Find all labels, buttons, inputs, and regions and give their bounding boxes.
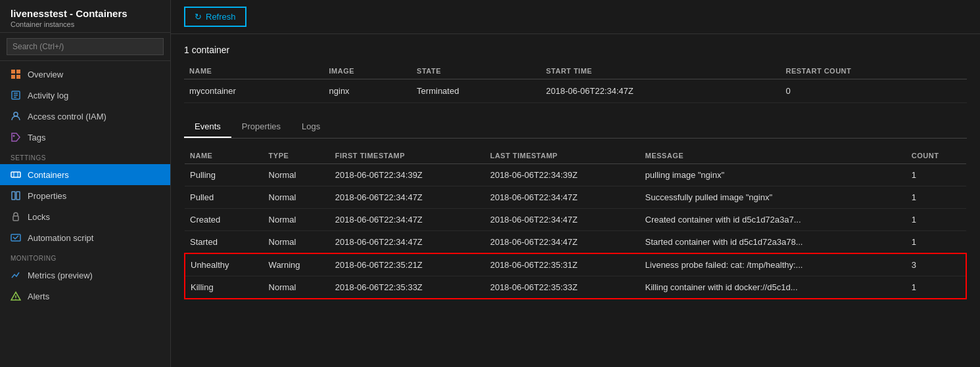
events-table: NAME TYPE FIRST TIMESTAMP LAST TIMESTAMP… — [184, 148, 967, 299]
sidebar: livenesstest - Containers Container inst… — [0, 0, 171, 367]
event-row[interactable]: PulledNormal2018-06-06T22:34:47Z2018-06-… — [185, 186, 966, 209]
events-col-first-ts: FIRST TIMESTAMP — [330, 148, 485, 164]
container-row[interactable]: mycontainer nginx Terminated 2018-06-06T… — [184, 79, 967, 103]
refresh-button[interactable]: ↻ Refresh — [184, 7, 246, 27]
sidebar-item-locks[interactable]: Locks — [0, 206, 170, 227]
content-area: 1 container NAME IMAGE STATE START TIME … — [171, 34, 980, 367]
event-row[interactable]: UnhealthyWarning2018-06-06T22:35:21Z2018… — [185, 253, 966, 276]
alerts-icon — [11, 291, 21, 301]
sidebar-item-overview-label: Overview — [28, 70, 63, 79]
svg-rect-16 — [13, 216, 18, 221]
sidebar-item-alerts[interactable]: Alerts — [0, 286, 170, 307]
sidebar-item-automation-label: Automation script — [28, 233, 93, 243]
svg-rect-3 — [16, 75, 20, 79]
toolbar: ↻ Refresh — [171, 0, 980, 34]
container-section-title: 1 container — [184, 45, 967, 55]
sidebar-item-metrics-label: Metrics (preview) — [28, 270, 93, 280]
activity-log-icon — [11, 90, 21, 100]
svg-rect-1 — [16, 70, 20, 74]
main-content: ↻ Refresh 1 container NAME IMAGE STATE S… — [171, 0, 980, 367]
search-input[interactable] — [7, 38, 164, 55]
sidebar-item-access-control[interactable]: Access control (IAM) — [0, 106, 170, 127]
overview-icon — [11, 69, 21, 79]
app-subtitle: Container instances — [11, 20, 160, 28]
event-tabs: Events Properties Logs — [184, 116, 967, 139]
sidebar-header: livenesstest - Containers Container inst… — [0, 0, 170, 33]
tags-icon — [11, 132, 21, 142]
events-col-count: COUNT — [906, 148, 966, 164]
events-col-last-ts: LAST TIMESTAMP — [485, 148, 640, 164]
event-row[interactable]: CreatedNormal2018-06-06T22:34:47Z2018-06… — [185, 209, 966, 231]
sidebar-item-tags[interactable]: Tags — [0, 127, 170, 148]
sidebar-item-properties-label: Properties — [28, 191, 66, 201]
metrics-icon — [11, 270, 21, 280]
svg-rect-2 — [11, 75, 15, 79]
sidebar-item-alerts-label: Alerts — [28, 291, 49, 301]
containers-icon — [11, 169, 21, 180]
svg-rect-14 — [12, 192, 15, 200]
container-start-time: 2018-06-06T22:34:47Z — [541, 79, 781, 103]
sidebar-item-locks-label: Locks — [28, 212, 50, 222]
container-name: mycontainer — [184, 79, 324, 103]
monitoring-section-label: MONITORING — [0, 248, 170, 265]
container-state: Terminated — [411, 79, 541, 103]
svg-rect-11 — [11, 172, 20, 177]
container-restart-count: 0 — [780, 79, 967, 103]
svg-point-8 — [14, 112, 18, 116]
events-col-message: MESSAGE — [640, 148, 906, 164]
sidebar-item-containers[interactable]: Containers — [0, 164, 170, 185]
tab-properties[interactable]: Properties — [231, 116, 291, 138]
events-col-name: NAME — [185, 148, 264, 164]
event-row[interactable]: PullingNormal2018-06-06T22:34:39Z2018-06… — [185, 164, 966, 186]
sidebar-search-container — [0, 33, 170, 61]
sidebar-item-activity-log-label: Activity log — [28, 91, 68, 100]
locks-icon — [11, 211, 21, 222]
col-image: IMAGE — [324, 63, 412, 79]
tab-logs[interactable]: Logs — [291, 116, 331, 138]
sidebar-item-activity-log[interactable]: Activity log — [0, 85, 170, 106]
sidebar-item-metrics[interactable]: Metrics (preview) — [0, 265, 170, 286]
sidebar-item-properties[interactable]: Properties — [0, 185, 170, 206]
sidebar-nav: Overview Activity log Access control (IA… — [0, 61, 170, 367]
sidebar-item-containers-label: Containers — [28, 170, 69, 180]
refresh-label: Refresh — [206, 12, 236, 22]
col-restart-count: RESTART COUNT — [780, 63, 967, 79]
sidebar-item-automation[interactable]: Automation script — [0, 227, 170, 248]
svg-point-20 — [15, 299, 16, 300]
svg-rect-15 — [16, 192, 20, 200]
sidebar-item-overview[interactable]: Overview — [0, 64, 170, 85]
event-row[interactable]: StartedNormal2018-06-06T22:34:47Z2018-06… — [185, 231, 966, 254]
sidebar-item-tags-label: Tags — [28, 133, 45, 142]
svg-rect-0 — [11, 70, 15, 74]
svg-marker-9 — [12, 133, 20, 141]
properties-icon — [11, 190, 21, 201]
app-title: livenesstest - Containers — [11, 8, 160, 19]
container-image: nginx — [324, 79, 412, 103]
event-row[interactable]: KillingNormal2018-06-06T22:35:33Z2018-06… — [185, 276, 966, 299]
svg-point-10 — [13, 135, 15, 137]
tab-events[interactable]: Events — [184, 116, 231, 138]
col-name: NAME — [184, 63, 324, 79]
settings-section-label: SETTINGS — [0, 148, 170, 164]
col-state: STATE — [411, 63, 541, 79]
automation-icon — [11, 232, 21, 243]
events-col-type: TYPE — [264, 148, 330, 164]
refresh-icon: ↻ — [195, 12, 202, 22]
iam-icon — [11, 111, 21, 121]
container-table: NAME IMAGE STATE START TIME RESTART COUN… — [184, 63, 967, 103]
col-start-time: START TIME — [541, 63, 781, 79]
sidebar-item-iam-label: Access control (IAM) — [28, 112, 106, 121]
